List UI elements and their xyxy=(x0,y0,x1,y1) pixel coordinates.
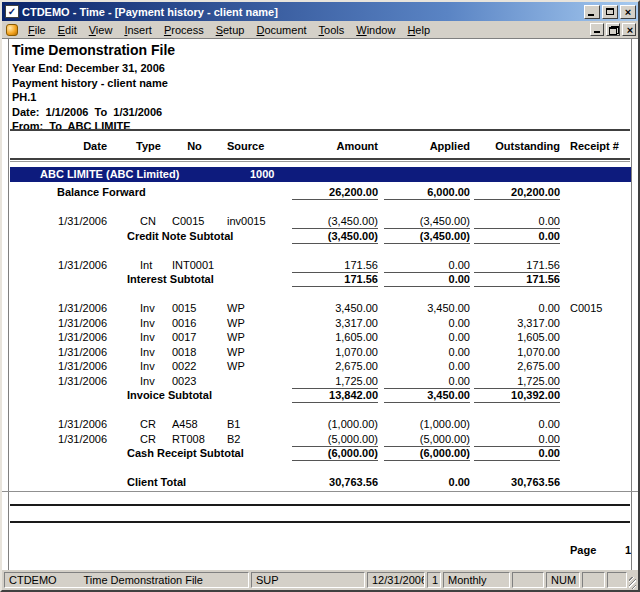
menu-item-insert[interactable]: Insert xyxy=(118,23,158,37)
cell-amount: 3,450.00 xyxy=(292,301,378,315)
column-header-date: Date xyxy=(52,139,107,153)
cell-no: 0017 xyxy=(172,330,217,344)
cell-date: 1/31/2006 xyxy=(52,359,107,373)
footer-rule-1 xyxy=(10,504,630,506)
cell-date: 1/31/2006 xyxy=(52,214,107,228)
cell-outstanding: 10,392.00 xyxy=(474,388,560,403)
report-row-subtotal: Credit Note Subtotal(3,450.00)(3,450.00)… xyxy=(2,229,638,244)
cell-date: 1/31/2006 xyxy=(52,374,107,388)
column-header-applied: Applied xyxy=(384,139,470,153)
cell-no: 0022 xyxy=(172,359,217,373)
cell-applied: 0.00 xyxy=(384,475,470,489)
report-row-subtotal: Cash Receipt Subtotal(6,000.00)(6,000.00… xyxy=(2,446,638,461)
section-end-rule xyxy=(2,491,638,492)
cell-type: CR xyxy=(140,432,156,446)
status-panel-empty-1 xyxy=(512,572,544,588)
minimize-button[interactable] xyxy=(584,5,600,19)
cell-outstanding: 30,763.56 xyxy=(474,475,560,489)
menu-item-document[interactable]: Document xyxy=(250,23,312,37)
menu-item-view[interactable]: View xyxy=(83,23,119,37)
cell-applied: 0.00 xyxy=(384,330,470,344)
cell-outstanding: 3,317.00 xyxy=(474,316,560,330)
cell-source: WP xyxy=(227,301,245,315)
resize-grip[interactable] xyxy=(629,577,636,589)
row-label: Cash Receipt Subtotal xyxy=(127,446,244,460)
client-number: 1000 xyxy=(250,167,274,182)
cell-applied: 6,000.00 xyxy=(384,185,470,200)
mdi-minimize-icon xyxy=(594,31,600,33)
app-icon[interactable]: ✓ xyxy=(5,5,19,18)
cell-no: 0023 xyxy=(172,374,217,388)
menu-item-edit[interactable]: Edit xyxy=(52,23,83,37)
document-icon[interactable] xyxy=(6,24,18,36)
report-header: Time Demonstration File Year End: Decemb… xyxy=(12,42,175,134)
title-bar[interactable]: ✓ CTDEMO - Time - [Payment history - cli… xyxy=(2,2,638,21)
cell-no: 0015 xyxy=(172,301,217,315)
report-rows: Balance Forward26,200.006,000.0020,200.0… xyxy=(2,185,638,490)
cell-amount: 1,070.00 xyxy=(292,345,378,359)
report-row-data: 1/31/2006CNC0015inv0015(3,450.00)(3,450.… xyxy=(2,214,638,229)
menu-item-setup[interactable]: Setup xyxy=(210,23,251,37)
column-header-no: No xyxy=(172,139,217,153)
row-label: Balance Forward xyxy=(57,185,146,199)
cell-source: inv0015 xyxy=(227,214,266,228)
menu: FileEditViewInsertProcessSetupDocumentTo… xyxy=(22,23,590,37)
close-icon: × xyxy=(621,5,635,19)
cell-type: CN xyxy=(140,214,156,228)
cell-applied: 0.00 xyxy=(384,316,470,330)
report-row-spacer xyxy=(2,403,638,418)
menu-item-tools[interactable]: Tools xyxy=(313,23,351,37)
cell-outstanding: 1,725.00 xyxy=(474,374,560,389)
status-file-name: Time Demonstration File xyxy=(84,574,203,586)
cell-source: WP xyxy=(227,345,245,359)
menu-item-window[interactable]: Window xyxy=(350,23,401,37)
cell-applied: 0.00 xyxy=(384,258,470,273)
report-row-data: 1/31/2006CRRT008B2(5,000.00)(5,000.00)0.… xyxy=(2,432,638,447)
report-row-data: 1/31/2006Inv0016WP3,317.000.003,317.00 xyxy=(2,316,638,331)
cell-amount: 171.56 xyxy=(292,272,378,287)
close-button[interactable]: × xyxy=(620,5,636,19)
cell-outstanding: 2,675.00 xyxy=(474,359,560,373)
cell-outstanding: 0.00 xyxy=(474,301,560,315)
cell-amount: (3,450.00) xyxy=(292,214,378,229)
cell-source: WP xyxy=(227,330,245,344)
cell-type: Inv xyxy=(140,359,155,373)
menu-item-process[interactable]: Process xyxy=(158,23,210,37)
cell-amount: 171.56 xyxy=(292,258,378,273)
cell-date: 1/31/2006 xyxy=(52,345,107,359)
cell-no: 0018 xyxy=(172,345,217,359)
cell-amount: 3,317.00 xyxy=(292,316,378,330)
cell-applied: 0.00 xyxy=(384,345,470,359)
cell-amount: 26,200.00 xyxy=(292,185,378,200)
app-window: ✓ CTDEMO - Time - [Payment history - cli… xyxy=(0,0,640,592)
cell-source: WP xyxy=(227,359,245,373)
report-title: Time Demonstration File xyxy=(12,42,175,58)
minimize-icon xyxy=(588,14,594,16)
cell-date: 1/31/2006 xyxy=(52,258,107,272)
maximize-button[interactable] xyxy=(602,5,618,19)
cell-type: Inv xyxy=(140,330,155,344)
row-label: Interest Subtotal xyxy=(127,272,214,286)
mdi-close-button[interactable]: × xyxy=(622,23,636,36)
cell-date: 1/31/2006 xyxy=(52,330,107,344)
cell-outstanding: 0.00 xyxy=(474,214,560,229)
cell-amount: (3,450.00) xyxy=(292,229,378,244)
row-label: Credit Note Subtotal xyxy=(127,229,233,243)
report-row-data: 1/31/2006Inv0015WP3,450.003,450.000.00C0… xyxy=(2,301,638,316)
cell-amount: 30,763.56 xyxy=(292,475,378,489)
cell-source: WP xyxy=(227,316,245,330)
report-row-spacer xyxy=(2,200,638,215)
cell-applied: (1,000.00) xyxy=(384,417,470,431)
menu-bar: FileEditViewInsertProcessSetupDocumentTo… xyxy=(2,21,638,38)
menu-item-file[interactable]: File xyxy=(22,23,52,37)
client-name: ABC LIMITE (ABC Limited) xyxy=(40,167,179,182)
column-header-type: Type xyxy=(136,139,168,153)
mdi-minimize-button[interactable] xyxy=(590,23,604,36)
mdi-restore-button[interactable] xyxy=(606,23,620,36)
cell-outstanding: 0.00 xyxy=(474,229,560,244)
cell-date: 1/31/2006 xyxy=(52,432,107,446)
report-row-subtotal: Interest Subtotal171.560.00171.56 xyxy=(2,272,638,287)
cell-outstanding: 0.00 xyxy=(474,417,560,431)
column-header-source: Source xyxy=(227,139,282,153)
menu-item-help[interactable]: Help xyxy=(401,23,436,37)
